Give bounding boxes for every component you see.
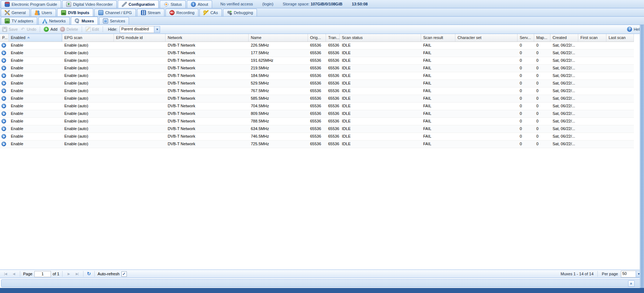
column-header-map[interactable]: Map... xyxy=(534,34,550,42)
tab-networks[interactable]: Networks xyxy=(38,17,70,25)
tab-electronic-program-guide[interactable]: Electronic Program Guide xyxy=(1,0,61,8)
table-row[interactable]: EnableEnable (auto)DVB-T Network809.5MHz… xyxy=(0,110,634,118)
column-header-serv[interactable]: Serv... xyxy=(518,34,534,42)
tab-general[interactable]: General xyxy=(1,9,30,16)
table-row[interactable]: EnableEnable (auto)DVB-T Network184.5MHz… xyxy=(0,72,634,80)
tab-tv-adapters[interactable]: TV adapters xyxy=(1,17,37,25)
hide-dropdown-value[interactable]: Parent disabled xyxy=(120,26,154,33)
column-header-charset[interactable]: Character set xyxy=(455,34,518,42)
cell-play[interactable] xyxy=(0,110,9,117)
page-input[interactable] xyxy=(34,271,51,277)
column-header-name[interactable]: Name xyxy=(249,34,308,42)
play-icon[interactable] xyxy=(1,58,6,63)
save-button[interactable]: Save xyxy=(2,27,18,32)
play-icon[interactable] xyxy=(1,89,6,93)
tab-configuration[interactable]: Configuration xyxy=(118,0,159,8)
edit-button[interactable]: Edit xyxy=(86,27,99,32)
table-row[interactable]: EnableEnable (auto)DVB-T Network704.5MHz… xyxy=(0,103,634,110)
table-row[interactable]: EnableEnable (auto)DVB-T Network725.5MHz… xyxy=(0,141,634,148)
cell-play[interactable] xyxy=(0,49,9,57)
cell-scan_result: FAIL xyxy=(421,57,455,64)
table-row[interactable]: EnableEnable (auto)DVB-T Network788.5MHz… xyxy=(0,118,634,125)
cell-play[interactable] xyxy=(0,125,9,133)
column-header-tran[interactable]: Tran... xyxy=(326,34,340,42)
column-header-epg_module[interactable]: EPG module id xyxy=(114,34,166,42)
play-icon[interactable] xyxy=(1,66,6,70)
column-header-epg_scan[interactable]: EPG scan xyxy=(62,34,114,42)
per-page-dropdown[interactable]: 50 ▼ xyxy=(621,271,642,277)
column-header-network[interactable]: Network xyxy=(166,34,249,42)
expand-panel-button[interactable]: « xyxy=(628,280,635,287)
tab-services[interactable]: Services xyxy=(99,17,129,25)
cell-play[interactable] xyxy=(0,65,9,72)
column-header-enabled[interactable]: Enabled xyxy=(9,34,62,42)
column-header-scan_result[interactable]: Scan result xyxy=(421,34,455,42)
play-icon[interactable] xyxy=(1,51,6,55)
cell-scan_result: FAIL xyxy=(421,95,455,102)
cell-play[interactable] xyxy=(0,72,9,79)
table-row[interactable]: EnableEnable (auto)DVB-T Network767.5MHz… xyxy=(0,87,634,95)
hide-dropdown[interactable]: Parent disabled ▼ xyxy=(120,26,160,33)
table-row[interactable]: EnableEnable (auto)DVB-T Network219.5MHz… xyxy=(0,65,634,72)
first-page-button[interactable]: |◀ xyxy=(2,271,9,277)
column-header-orig[interactable]: Orig... xyxy=(308,34,326,42)
cell-scan_result: FAIL xyxy=(421,65,455,72)
table-row[interactable]: EnableEnable (auto)DVB-T Network226.5MHz… xyxy=(0,42,634,49)
tab-stream[interactable]: Stream xyxy=(137,9,164,16)
cell-play[interactable] xyxy=(0,80,9,87)
prev-page-button[interactable]: ◀ xyxy=(10,271,17,277)
cell-epg_scan: Enable (auto) xyxy=(62,141,114,148)
cell-last_scan xyxy=(606,103,634,110)
table-row[interactable]: EnableEnable (auto)DVB-T Network746.5MHz… xyxy=(0,133,634,141)
delete-button[interactable]: Delete xyxy=(60,27,78,32)
login-link[interactable]: (login) xyxy=(262,2,274,6)
tab-dvb-inputs[interactable]: DVB Inputs xyxy=(57,8,93,16)
column-header-first_scan[interactable]: First scan xyxy=(578,34,606,42)
next-page-button[interactable]: ▶ xyxy=(65,271,72,277)
play-icon[interactable] xyxy=(1,119,6,124)
tab-cas[interactable]: CAs xyxy=(199,9,222,16)
play-icon[interactable] xyxy=(1,43,6,48)
tab-channel-epg[interactable]: Channel / EPG xyxy=(94,9,136,16)
play-icon[interactable] xyxy=(1,73,6,78)
column-header-created[interactable]: Created xyxy=(550,34,578,42)
cell-serv: 0 xyxy=(518,42,534,49)
undo-button[interactable]: Undo xyxy=(20,27,36,32)
add-button[interactable]: Add xyxy=(44,27,57,32)
table-row[interactable]: EnableEnable (auto)DVB-T Network634.5MHz… xyxy=(0,125,634,133)
cell-play[interactable] xyxy=(0,133,9,140)
tab-users[interactable]: Users xyxy=(31,9,56,16)
cell-play[interactable] xyxy=(0,118,9,125)
cell-play[interactable] xyxy=(0,95,9,102)
auto-refresh-checkbox[interactable]: ✓ xyxy=(121,271,127,277)
play-icon[interactable] xyxy=(1,96,6,101)
column-header-scan_status[interactable]: Scan status xyxy=(340,34,421,42)
table-row[interactable]: EnableEnable (auto)DVB-T Network191.625M… xyxy=(0,57,634,65)
tab-status[interactable]: Status xyxy=(160,0,186,8)
cell-play[interactable] xyxy=(0,42,9,49)
play-icon[interactable] xyxy=(1,104,6,108)
tab-debugging[interactable]: Debugging xyxy=(223,9,257,16)
play-icon[interactable] xyxy=(1,142,6,146)
play-icon[interactable] xyxy=(1,81,6,86)
tab-about[interactable]: About xyxy=(187,0,212,8)
tab-recording[interactable]: Recording xyxy=(166,9,198,16)
column-header-play[interactable]: P... xyxy=(0,34,9,42)
cell-play[interactable] xyxy=(0,87,9,95)
cell-play[interactable] xyxy=(0,141,9,148)
tab-muxes[interactable]: Muxes xyxy=(71,17,98,25)
refresh-icon[interactable] xyxy=(86,271,91,276)
per-page-value[interactable]: 50 xyxy=(621,271,636,277)
tab-digital-video-recorder[interactable]: Digital Video Recorder xyxy=(62,0,117,8)
table-row[interactable]: EnableEnable (auto)DVB-T Network529.5MHz… xyxy=(0,80,634,87)
last-page-button[interactable]: ▶| xyxy=(74,271,80,277)
cell-play[interactable] xyxy=(0,103,9,110)
table-row[interactable]: EnableEnable (auto)DVB-T Network177.5MHz… xyxy=(0,49,634,57)
play-icon[interactable] xyxy=(1,111,6,116)
play-icon[interactable] xyxy=(1,126,6,131)
column-header-last_scan[interactable]: Last scan xyxy=(606,34,634,42)
play-icon[interactable] xyxy=(1,134,6,139)
cell-play[interactable] xyxy=(0,57,9,64)
table-row[interactable]: EnableEnable (auto)DVB-T Network585.5MHz… xyxy=(0,95,634,103)
chevron-down-icon[interactable]: ▼ xyxy=(154,26,160,33)
